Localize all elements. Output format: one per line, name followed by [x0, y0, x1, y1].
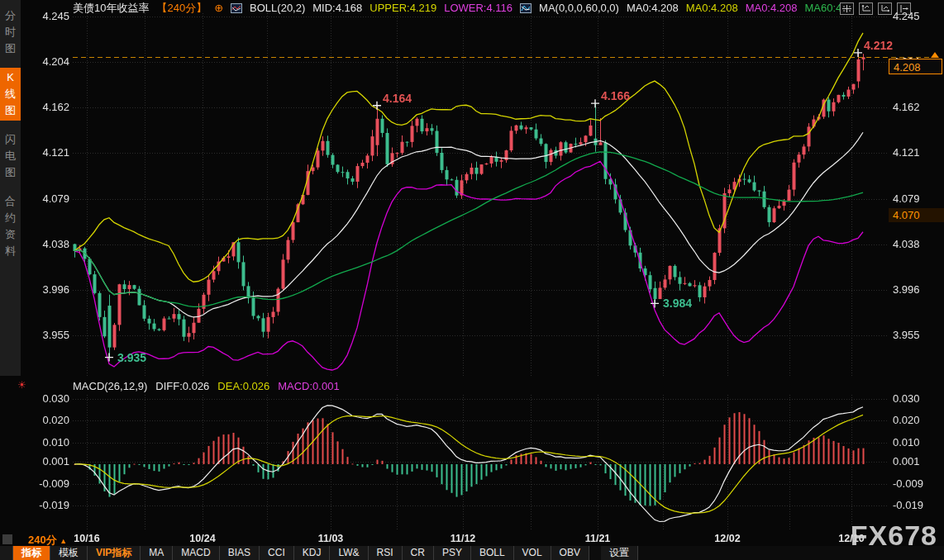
current-price-box: 4.208 — [889, 59, 942, 74]
axis-tick-left: 4.121 — [0, 146, 69, 159]
toolbar-button-VIP指标[interactable]: VIP指标 — [88, 546, 141, 560]
ma0-yellow: MA0:4.208 — [686, 2, 738, 14]
toolbar-button-模板[interactable]: 模板 — [50, 546, 88, 560]
axis-pan-icon[interactable] — [878, 2, 892, 15]
crosshair-icon[interactable] — [840, 2, 854, 15]
axis-tick-left: 0.010 — [0, 436, 69, 448]
toolbar-button-LW&[interactable]: LW& — [330, 546, 368, 560]
ma0-white: MA0:4.208 — [627, 2, 679, 14]
settlement-price-label: 4.070 — [889, 208, 944, 222]
macd-dea: DEA:0.026 — [217, 380, 269, 392]
trading-terminal: 分时图K线图闪电图合约资料 美债10年收益率 【240分】 ⊕ BOLL(20,… — [0, 0, 944, 560]
toolbar-button-PSY[interactable]: PSY — [434, 546, 471, 560]
indicator-header: 美债10年收益率 【240分】 ⊕ BOLL(20,2) MID:4.168 U… — [73, 2, 851, 14]
x-axis-row: 240分 ▲ 10/1610/2411/0311/1211/2112/0212/… — [0, 532, 944, 546]
axis-tick-left: 3.996 — [0, 283, 69, 296]
axis-tick-right: 3.996 — [893, 283, 942, 296]
toolbar-spacer — [0, 546, 13, 560]
ma0-magenta: MA0:4.208 — [746, 2, 798, 14]
x-axis-date: 11/03 — [318, 533, 344, 544]
axis-tick-left: 0.030 — [0, 392, 69, 405]
x-axis-date: 11/21 — [585, 533, 611, 544]
axis-tick-left: 4.038 — [0, 238, 69, 250]
axis-tick-left: 0.001 — [0, 455, 69, 467]
toolbar-button-设置[interactable]: 设置 — [601, 546, 638, 560]
axis-tick-left: 4.245 — [0, 10, 69, 22]
ma-label: MA(0,0,0,60,0,0) — [539, 2, 619, 14]
price-annotation-4.164: 4.164 — [383, 92, 412, 105]
toolbar-button-RSI[interactable]: RSI — [369, 546, 403, 560]
macd-settings-icon[interactable]: ☀ — [17, 379, 26, 391]
toolbar-button-OBV[interactable]: OBV — [551, 546, 589, 560]
axis-tick-left: 4.204 — [0, 55, 69, 68]
period-label[interactable]: 【240分】 — [156, 1, 207, 16]
x-axis-date: 10/24 — [189, 533, 215, 544]
axis-tick-right: 4.079 — [893, 192, 942, 205]
toolbar-button-BIAS[interactable]: BIAS — [220, 546, 260, 560]
toolbar-button-KDJ[interactable]: KDJ — [294, 546, 331, 560]
toolbar-button-MACD[interactable]: MACD — [173, 546, 219, 560]
toolbar-button-CCI[interactable]: CCI — [260, 546, 294, 560]
boll-indicator-icon[interactable] — [231, 3, 242, 13]
axis-tick-left: 0.020 — [0, 414, 69, 426]
chart-canvas[interactable] — [0, 0, 944, 560]
x-axis-date: 10/16 — [74, 533, 99, 544]
ma-indicator-icon[interactable] — [520, 3, 532, 13]
price-annotation-3.984: 3.984 — [663, 297, 692, 310]
macd-value: MACD:0.001 — [278, 380, 339, 392]
axis-tick-left: 3.955 — [0, 329, 69, 341]
axis-tick-right: 3.955 — [893, 329, 942, 341]
boll-label: BOLL(20,2) — [250, 2, 305, 14]
toolbar-button-MA[interactable]: MA — [141, 546, 173, 560]
symbol-title: 美债10年收益率 — [73, 1, 149, 16]
toolbar-button-指标[interactable]: 指标 — [13, 546, 50, 560]
x-axis-date: 12/02 — [714, 533, 740, 544]
interval-arrow-icon: ▲ — [60, 537, 67, 545]
axis-tick-left: -0.019 — [0, 499, 69, 511]
axis-tick-right: 0.010 — [893, 436, 942, 448]
axis-zoom-icon[interactable] — [859, 2, 873, 15]
axis-tick-right: 4.245 — [893, 10, 942, 22]
watermark: FX678 — [851, 520, 937, 552]
boll-lower: LOWER:4.116 — [444, 2, 513, 14]
price-annotation-4.166: 4.166 — [601, 89, 630, 102]
axis-tick-right: 0.001 — [893, 455, 942, 467]
macd-header: MACD(26,12,9) DIFF:0.026 DEA:0.026 MACD:… — [73, 380, 340, 392]
toolbar-button-CR[interactable]: CR — [403, 546, 434, 560]
axis-tick-left: 4.079 — [0, 192, 69, 205]
toolbar-button-VOL[interactable]: VOL — [514, 546, 551, 560]
axis-tick-right: 4.121 — [893, 146, 942, 159]
macd-diff: DIFF:0.026 — [155, 380, 209, 392]
price-up-arrow-icon — [931, 52, 939, 58]
boll-mid: MID:4.168 — [312, 2, 362, 14]
axis-tick-right: 0.020 — [893, 414, 942, 426]
axis-tick-left: 4.162 — [0, 101, 69, 113]
axis-tick-right: -0.009 — [893, 477, 942, 490]
price-annotation-4.212: 4.212 — [864, 39, 893, 52]
axis-tick-right: 0.030 — [893, 392, 942, 405]
axis-tick-right: 4.038 — [893, 238, 942, 250]
x-axis-date: 11/12 — [451, 533, 476, 544]
add-indicator-icon[interactable]: ⊕ — [214, 2, 223, 14]
toolbar-button-BOLL[interactable]: BOLL — [471, 546, 514, 560]
price-annotation-3.935: 3.935 — [117, 351, 146, 364]
boll-upper: UPPER:4.219 — [369, 2, 436, 14]
axis-tick-left: -0.009 — [0, 477, 69, 490]
panel-toggle-icon[interactable] — [2, 534, 12, 544]
axis-tick-right: -0.019 — [893, 499, 942, 511]
macd-label: MACD(26,12,9) — [73, 380, 147, 392]
axis-tick-right: 4.162 — [893, 101, 942, 113]
indicator-toolbar: 指标模板VIP指标MAMACDBIASCCIKDJLW&RSICRPSYBOLL… — [0, 546, 944, 560]
